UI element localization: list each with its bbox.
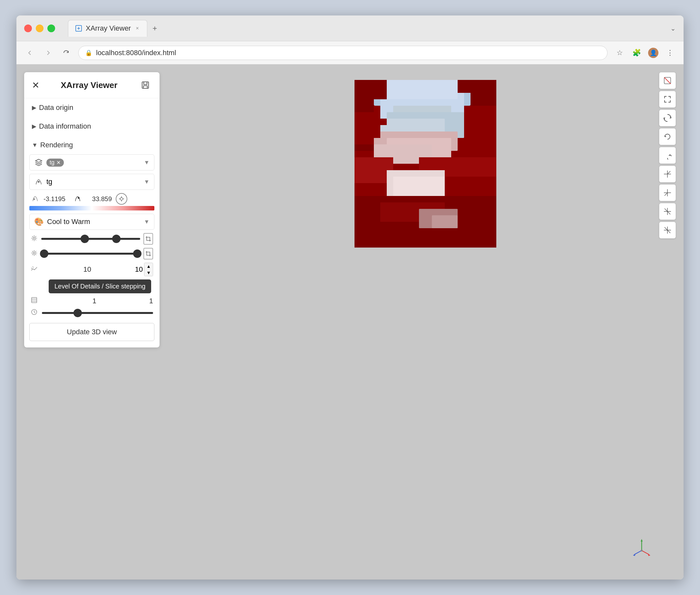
layer-dropdown-arrow-icon[interactable]: ▼: [144, 159, 149, 166]
traffic-lights: [24, 25, 55, 32]
reset-view-button[interactable]: [659, 222, 676, 238]
browser-menu-icon[interactable]: ⌄: [670, 25, 676, 32]
slice-row: 1 1: [29, 296, 154, 305]
opacity-slider-right-thumb[interactable]: [112, 235, 120, 243]
layers-stack-icon: [34, 158, 43, 167]
svg-line-18: [35, 239, 36, 240]
clipping-slider-left-thumb[interactable]: [40, 250, 48, 258]
svg-marker-81: [641, 539, 643, 541]
minimize-traffic-light[interactable]: [36, 25, 43, 32]
profile-icon[interactable]: 👤: [647, 47, 659, 59]
tab-close-button[interactable]: ×: [134, 25, 141, 32]
no-render-button[interactable]: [659, 72, 676, 89]
clipping-slider[interactable]: [41, 250, 140, 258]
time-slider-thumb[interactable]: [74, 309, 82, 317]
back-button[interactable]: [24, 47, 36, 59]
forward-button[interactable]: [42, 47, 54, 59]
menu-icon[interactable]: ⋮: [664, 47, 676, 59]
reload-button[interactable]: [60, 47, 72, 59]
panel-save-button[interactable]: [139, 79, 152, 91]
svg-rect-59: [477, 112, 496, 119]
lock-icon: 🔒: [85, 49, 92, 56]
axis-x-button[interactable]: [659, 166, 676, 182]
bookmark-icon[interactable]: ☆: [614, 47, 625, 59]
new-tab-button[interactable]: +: [149, 23, 161, 34]
opacity-slider-row: [29, 233, 154, 245]
data-information-header[interactable]: ▶ Data information: [32, 118, 152, 134]
data-information-section: ▶ Data information: [24, 117, 159, 136]
lod-row: 10 10 ▲ ▼: [29, 263, 154, 276]
maximize-traffic-light[interactable]: [48, 25, 55, 32]
colormap-label: Cool to Warm: [47, 218, 141, 226]
svg-line-29: [32, 254, 33, 255]
svg-line-72: [665, 193, 667, 196]
center-range-button[interactable]: [116, 193, 127, 205]
variable-dropdown-arrow-icon[interactable]: ▼: [144, 178, 149, 185]
close-traffic-light[interactable]: [24, 25, 32, 32]
clipping-crop-button[interactable]: [143, 248, 153, 259]
lod-increment-button[interactable]: ▲: [144, 263, 153, 270]
svg-rect-55: [354, 132, 380, 138]
svg-line-78: [667, 230, 670, 233]
panel-close-button[interactable]: ✕: [32, 80, 39, 91]
svg-line-17: [32, 236, 33, 237]
svg-line-66: [664, 77, 671, 84]
lod-stepper[interactable]: ▲ ▼: [144, 263, 153, 276]
slice-value-right: 1: [149, 297, 153, 305]
range-row: -3.1195 33.859: [29, 193, 154, 205]
fullscreen-button[interactable]: [659, 91, 676, 108]
data-origin-label: Data origin: [39, 104, 73, 112]
time-slider[interactable]: [42, 309, 153, 317]
axis-z-button[interactable]: [659, 203, 676, 220]
active-tab[interactable]: XArray Viewer ×: [68, 20, 147, 37]
slice-icon: [31, 296, 40, 305]
colormap-selector-row[interactable]: 🎨 Cool to Warm ▼: [29, 214, 154, 230]
svg-line-82: [642, 550, 649, 555]
rendering-header[interactable]: ▼ Rendering: [32, 137, 152, 153]
axis-y-button[interactable]: [659, 185, 676, 201]
svg-rect-57: [354, 144, 374, 151]
svg-point-6: [78, 197, 79, 199]
max-value-icon: [73, 194, 82, 203]
svg-marker-83: [648, 554, 650, 556]
spin-button[interactable]: [659, 110, 676, 126]
svg-rect-51: [432, 215, 458, 228]
svg-rect-62: [354, 80, 387, 99]
colorbar-gradient: [29, 206, 154, 210]
right-toolbar: [659, 72, 676, 238]
opacity-slider[interactable]: [41, 235, 140, 243]
svg-line-69: [667, 171, 670, 174]
browser-window: XArray Viewer × + ⌄ 🔒 localhost:8080/ind…: [17, 16, 683, 579]
opacity-slider-left-thumb[interactable]: [81, 235, 89, 243]
update-3d-view-button[interactable]: Update 3D view: [29, 323, 154, 341]
clipping-slider-right-thumb[interactable]: [133, 250, 142, 258]
browser-titlebar: XArray Viewer × + ⌄: [17, 16, 683, 41]
nav-actions: ☆ 🧩 👤 ⋮: [614, 47, 676, 59]
map-visualization: [354, 80, 496, 248]
rotate-right-button[interactable]: [659, 147, 676, 164]
extensions-icon[interactable]: 🧩: [631, 47, 642, 59]
variable-selector-row: tg ▼: [29, 174, 154, 190]
time-icon: [31, 308, 39, 317]
svg-line-26: [32, 251, 33, 252]
lod-decrement-button[interactable]: ▼: [144, 270, 153, 276]
data-origin-header[interactable]: ▶ Data origin: [32, 100, 152, 116]
min-value-icon: [31, 194, 40, 203]
svg-rect-60: [470, 119, 496, 132]
rotate-left-button[interactable]: [659, 128, 676, 145]
colormap-dropdown-arrow-icon[interactable]: ▼: [144, 219, 149, 225]
layer-selector-row: tg ✕ ▼: [29, 154, 154, 171]
tab-title: XArray Viewer: [86, 24, 131, 33]
left-panel: ✕ XArray Viewer ▶ Data origin: [24, 72, 159, 347]
rendering-arrow-icon: ▼: [32, 142, 38, 149]
svg-line-19: [35, 236, 36, 237]
browser-nav: 🔒 localhost:8080/index.html ☆ 🧩 👤 ⋮: [17, 41, 683, 64]
lod-value-left: 10: [43, 265, 132, 274]
opacity-crop-button[interactable]: [143, 233, 153, 245]
svg-rect-54: [354, 125, 374, 132]
address-bar[interactable]: 🔒 localhost:8080/index.html: [78, 46, 608, 60]
layer-tag-remove-button[interactable]: ✕: [56, 160, 61, 166]
tooltip-text: Level Of Details / Slice stepping: [55, 283, 145, 290]
data-info-arrow-icon: ▶: [32, 123, 36, 130]
svg-line-28: [35, 251, 36, 252]
